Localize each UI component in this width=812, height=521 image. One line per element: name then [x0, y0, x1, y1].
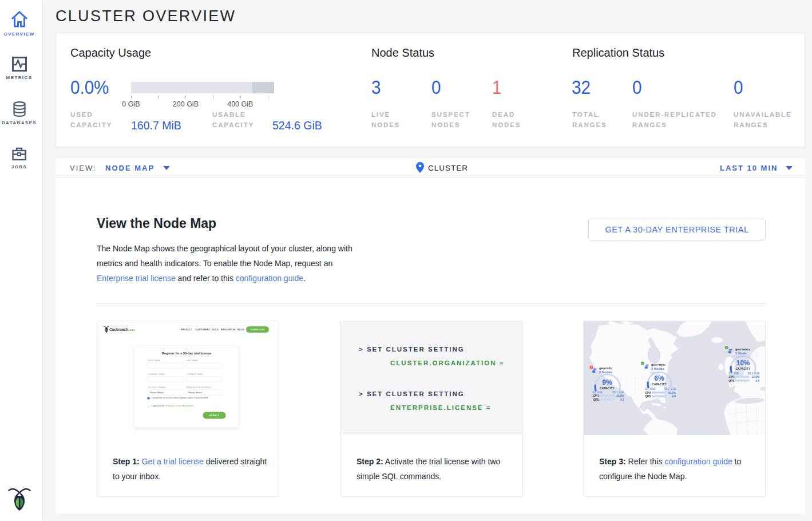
svg-text:CAPACITY: CAPACITY: [600, 387, 615, 390]
svg-text:CAPACITY: CAPACITY: [736, 368, 751, 370]
svg-text:12.3%: 12.3%: [751, 376, 759, 378]
svg-text:11.0%: 11.0%: [616, 394, 624, 397]
svg-text:0.4: 0.4: [755, 380, 759, 382]
svg-text:CPU: CPU: [645, 392, 651, 394]
svg-text:2 Nodes: 2 Nodes: [651, 367, 664, 370]
svg-text:10%: 10%: [736, 359, 750, 367]
svg-text:QPS: QPS: [593, 398, 599, 401]
svg-text:QPS: QPS: [645, 395, 651, 398]
svg-text:4.7: 4.7: [620, 398, 624, 401]
svg-text:CPU: CPU: [593, 394, 599, 397]
svg-text:42.5%: 42.5%: [668, 392, 676, 394]
svg-text:3.2 GiB: 3.2 GiB: [592, 390, 603, 394]
svg-text:9%: 9%: [602, 378, 612, 386]
svg-text:CPU: CPU: [729, 376, 735, 378]
svg-text:6%: 6%: [654, 374, 664, 382]
svg-text:35.1 GiB: 35.1 GiB: [612, 390, 624, 394]
svg-text:CAPACITY: CAPACITY: [652, 383, 667, 386]
svg-text:0.0: 0.0: [672, 395, 676, 398]
svg-text:Cockroach: Cockroach: [109, 327, 128, 331]
svg-text:43.7 GiB: 43.7 GiB: [664, 387, 676, 390]
svg-text:geo=nyc: geo=nyc: [651, 363, 665, 366]
svg-text:geo=sfo: geo=sfo: [599, 366, 612, 370]
svg-text:geo=ams: geo=ams: [735, 348, 750, 351]
svg-text:1 Node: 1 Node: [735, 352, 747, 355]
svg-text:3.6 GiB: 3.6 GiB: [728, 372, 739, 375]
svg-text:QPS: QPS: [729, 380, 735, 382]
svg-text:34.4 GiB: 34.4 GiB: [747, 372, 759, 375]
svg-text:LABS: LABS: [128, 329, 136, 331]
svg-text:2 Nodes: 2 Nodes: [599, 370, 612, 374]
svg-text:3.7 GiB: 3.7 GiB: [645, 387, 655, 390]
